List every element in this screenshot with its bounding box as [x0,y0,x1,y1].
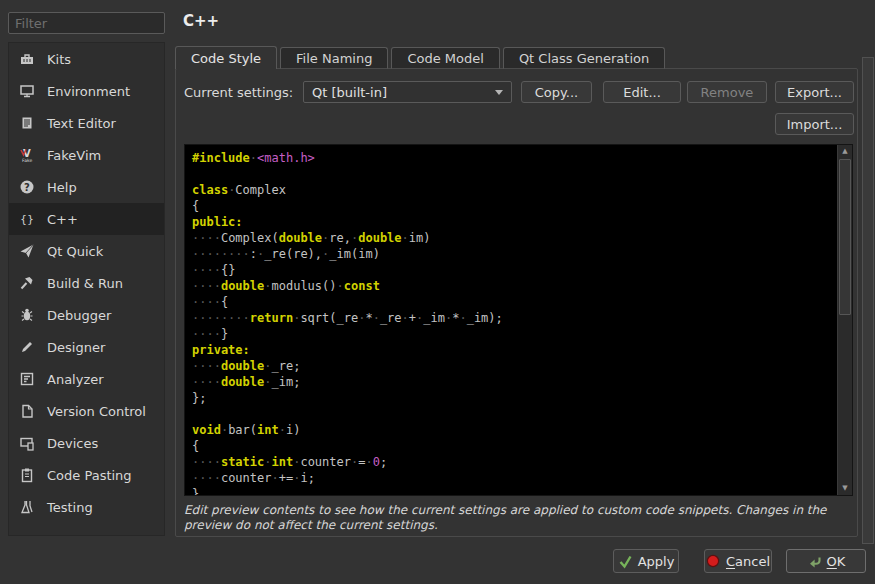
sidebar-item-label: Environment [47,84,130,99]
ok-button-label: OK [827,554,846,569]
chevron-down-icon [495,90,503,95]
code-line: public: [192,214,838,230]
analyzer-icon [19,371,35,387]
devices-icon [19,435,35,451]
monitor-icon [19,83,35,99]
pane-scrollbar-thumb[interactable] [862,57,874,544]
sidebar-item-debugger[interactable]: Debugger [9,299,164,331]
current-settings-select[interactable]: Qt [built-in] [303,81,512,103]
tab-code-model[interactable]: Code Model [391,47,499,69]
sidebar-item-environment[interactable]: Environment [9,75,164,107]
paper-plane-icon [19,243,35,259]
code-line [192,166,838,182]
code-style-panel: Current settings: Qt [built-in] Copy... … [175,68,858,537]
code-line: private: [192,342,838,358]
code-line [192,406,838,422]
sidebar-item-label: Text Editor [47,116,116,131]
sidebar-item-label: Version Control [47,404,146,419]
version-control-icon [19,403,35,419]
sidebar-item-build-run[interactable]: Build & Run [9,267,164,299]
current-settings-label: Current settings: [184,85,293,100]
sidebar-item-label: Help [47,180,77,195]
tab-code-style[interactable]: Code Style [175,46,277,69]
sidebar-item-kits[interactable]: Kits [9,43,164,75]
code-line: ····Complex(double·re,·double·im) [192,230,838,246]
code-line: ····{ [192,294,838,310]
current-settings-value: Qt [built-in] [312,85,387,100]
bug-icon [19,307,35,323]
pencil-icon [19,339,35,355]
code-preview-text[interactable]: #include·<math.h> class·Complex{public:·… [185,145,838,495]
code-line: ····double·_im; [192,374,838,390]
code-line: } [192,486,838,495]
apply-button[interactable]: Apply [613,549,679,573]
code-line: class·Complex [192,182,838,198]
code-line: ········return·sqrt(_re·*·_re·+·_im·*·_i… [192,310,838,326]
filter-input[interactable] [8,12,165,34]
import-button[interactable]: Import... [775,113,854,135]
check-icon [618,554,633,569]
stop-icon [706,554,721,569]
sidebar-category-list: KitsEnvironmentText EditorVFakeFakeVim?H… [8,42,165,536]
flask-icon [19,499,35,515]
text-document-icon [19,115,35,131]
sidebar-item-devices[interactable]: Devices [9,427,164,459]
sidebar-item-testing[interactable]: Testing [9,491,164,523]
sidebar-item-analyzer[interactable]: Analyzer [9,363,164,395]
ok-button[interactable]: OK [786,549,866,573]
code-line: void·bar(int·i) [192,422,838,438]
pane-scrollbar[interactable] [862,57,874,544]
code-line: ····} [192,326,838,342]
edit-button[interactable]: Edit... [603,81,681,103]
copy-button[interactable]: Copy... [521,81,592,103]
page-title: C++ [183,12,219,30]
sidebar-item-text-editor[interactable]: Text Editor [9,107,164,139]
sidebar-item-help[interactable]: ?Help [9,171,164,203]
sidebar-item-label: Build & Run [47,276,123,291]
svg-text:{}: {} [20,213,34,226]
code-line: { [192,438,838,454]
code-line: ····counter·+=·i; [192,470,838,486]
cancel-button-label: Cancel [726,554,770,569]
sidebar-item-cpp[interactable]: {}C++ [9,203,164,235]
scroll-down-icon[interactable]: ▼ [838,482,852,495]
hammer-icon [19,275,35,291]
code-line: ····double·modulus()·const [192,278,838,294]
code-preview-editor[interactable]: #include·<math.h> class·Complex{public:·… [184,144,853,496]
sidebar-item-code-pasting[interactable]: Code Pasting [9,459,164,491]
apply-button-label: Apply [638,554,675,569]
svg-text:?: ? [24,182,30,193]
svg-text:Fake: Fake [22,158,32,163]
editor-scrollbar-thumb[interactable] [839,159,851,315]
sidebar-item-label: Qt Quick [47,244,103,259]
sidebar-item-version-control[interactable]: Version Control [9,395,164,427]
sidebar-item-label: Kits [47,52,71,67]
sidebar-item-label: Analyzer [47,372,104,387]
tab-file-naming[interactable]: File Naming [280,47,388,69]
help-icon: ? [19,179,35,195]
sidebar-item-label: Debugger [47,308,111,323]
sidebar-item-label: Devices [47,436,98,451]
editor-scrollbar[interactable]: ▲ ▼ [837,145,852,495]
scroll-up-icon[interactable]: ▲ [838,145,852,158]
code-line: ····double·_re; [192,358,838,374]
sidebar-item-qt-quick[interactable]: Qt Quick [9,235,164,267]
cancel-button[interactable]: Cancel [704,549,772,573]
sidebar-item-label: C++ [47,212,78,227]
code-line: #include·<math.h> [192,150,838,166]
tab-qt-class-generation[interactable]: Qt Class Generation [503,47,665,69]
options-dialog: KitsEnvironmentText EditorVFakeFakeVim?H… [0,0,875,584]
code-line: ········:·_re(re),·_im(im) [192,246,838,262]
braces-icon: {} [19,211,35,227]
sidebar-item-fakevim[interactable]: VFakeFakeVim [9,139,164,171]
sidebar-item-label: Testing [47,500,93,515]
export-button[interactable]: Export... [775,81,854,103]
remove-button[interactable]: Remove [687,81,767,103]
preview-note: Edit preview contents to see how the cur… [184,503,848,533]
code-line: }; [192,390,838,406]
code-line: { [192,198,838,214]
return-arrow-icon [807,554,822,569]
fakevim-icon: VFake [19,147,35,163]
sidebar-item-designer[interactable]: Designer [9,331,164,363]
tab-bar: Code StyleFile NamingCode ModelQt Class … [175,46,665,69]
